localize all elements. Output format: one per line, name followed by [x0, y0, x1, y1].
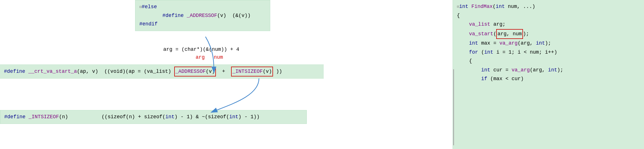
va-arg-fn-1: va_arg: [499, 40, 518, 46]
else-keyword: #else: [142, 4, 157, 10]
va-start-body-start: ((void)(ap = (va_list): [101, 69, 171, 74]
findmax-space: [468, 4, 471, 9]
main-container: ⊟#else #define _ADDRESSOF(v) (&(v)) #end…: [0, 0, 644, 149]
arg-num-labels: arg num: [196, 54, 223, 60]
middle-define-line: #define __crt_va_start_a(ap, v) ((void)(…: [0, 64, 324, 79]
va-start-params: (ap, v): [77, 69, 98, 74]
arg-label: arg: [196, 54, 205, 60]
intsizeof-macro-ref: _INTSIZEOF: [232, 69, 263, 74]
intsizeof-v: (v): [263, 69, 272, 74]
bottom-green-box: #define _INTSIZEOF(n) ((sizeof(n) + size…: [0, 110, 307, 124]
va-arg-2-params: (arg,: [530, 67, 548, 73]
right-line-9: if (max < cur): [457, 74, 640, 84]
int-kw-findmax: int: [459, 4, 468, 9]
num-label: num: [214, 54, 223, 60]
va-start-args: arg, num: [497, 31, 522, 37]
va-list-kw: va_list: [469, 21, 490, 27]
arg-eq-text: arg = (char*)(&(num)) + 4: [163, 47, 239, 52]
right-line-8: int cur = va_arg(arg, int);: [457, 66, 640, 75]
va-arg-1-end: );: [545, 40, 551, 46]
va-arg-1-params: (arg,: [518, 40, 536, 46]
int-keyword-2: int: [229, 114, 238, 120]
define-keyword-1: #define: [162, 13, 184, 18]
intsizeof-body-1: ((sizeof(n) + sizeof(: [71, 114, 166, 120]
int-kw-max: int: [469, 40, 478, 46]
define-keyword-2: #define: [4, 69, 25, 74]
if-kw: if: [481, 76, 487, 82]
addressof-macro-ref: _ADDRESSOF: [175, 69, 206, 74]
findmax-num: num, ...): [505, 4, 535, 9]
addressof-body: (&(v)): [232, 13, 251, 18]
va-list-arg: arg;: [490, 21, 506, 27]
va-start-close: );: [523, 31, 529, 37]
right-line-7: {: [457, 57, 640, 66]
va-start-args-box: arg, num: [496, 29, 523, 39]
intsizeof-body-3: ) - 1)): [238, 114, 260, 120]
endif-keyword: #endif: [139, 21, 158, 27]
findmax-fn: FindMax: [471, 4, 493, 9]
plus-sign: +: [219, 69, 228, 74]
crt-va-start-fn: __crt_va_start_a: [28, 69, 77, 74]
arg-eq-line: arg = (char*)(&(num)) + 4: [163, 47, 239, 52]
max-eq: max =: [478, 40, 500, 46]
intsizeof-red-box: _INTSIZEOF(v): [231, 67, 273, 76]
intsizeof-body-2: ) - 1) & ~(sizeof(: [175, 114, 229, 120]
addressof-params: (v): [217, 13, 226, 18]
int-kw-va2: int: [548, 67, 557, 73]
findmax-params: (: [493, 4, 496, 9]
right-panel: ⊟int FindMax(int num, ...) { va_list arg…: [453, 0, 644, 149]
right-line-1: ⊟int FindMax(int num, ...): [457, 2, 640, 11]
addressof-red-box: _ADDRESSOF(v): [174, 67, 216, 76]
addressof-macro-def: _ADDRESSOF: [187, 13, 217, 18]
right-line-6: for (int i = 1; i < num; i++): [457, 48, 640, 57]
open-brace-1: {: [457, 13, 460, 18]
va-start-open: (: [493, 31, 497, 37]
top-green-box: ⊟#else #define _ADDRESSOF(v) (&(v)) #end…: [135, 0, 270, 31]
int-kw-num: int: [496, 4, 505, 9]
left-area: ⊟#else #define _ADDRESSOF(v) (&(v)) #end…: [0, 0, 453, 149]
cur-eq: cur =: [490, 67, 512, 73]
va-arg-fn-2: va_arg: [511, 67, 530, 73]
va-start-body-end: )): [276, 69, 282, 74]
open-brace-2: {: [469, 58, 472, 64]
define-keyword-3: #define: [4, 114, 26, 120]
right-line-5: int max = va_arg(arg, int);: [457, 39, 640, 48]
top-box-line2: #define _ADDRESSOF(v) (&(v)): [139, 11, 266, 20]
for-kw: for: [469, 49, 478, 55]
top-box-line1: ⊟#else: [139, 3, 266, 11]
int-kw-cur: int: [481, 67, 490, 73]
va-arg-2-end: );: [557, 67, 563, 73]
va-start-fn: va_start: [469, 31, 493, 37]
intsizeof-macro-def: _INTSIZEOF: [28, 114, 59, 120]
right-line-4: va_start(arg, num);: [457, 29, 640, 39]
right-line-2: {: [457, 11, 640, 20]
for-body: i = 1; i < num; i++): [493, 49, 557, 55]
if-condition: (max < cur): [487, 76, 524, 82]
int-kw-va1: int: [536, 40, 545, 46]
int-keyword-1: int: [166, 114, 175, 120]
right-line-3: va_list arg;: [457, 20, 640, 29]
arrow-intsizeof: [211, 78, 259, 112]
for-params: (: [478, 49, 484, 55]
collapse-bar: [453, 69, 454, 145]
intsizeof-n: (n): [59, 114, 68, 120]
addressof-v: (v): [206, 69, 215, 74]
top-box-line3: #endif: [139, 20, 266, 29]
int-kw-i: int: [484, 49, 493, 55]
